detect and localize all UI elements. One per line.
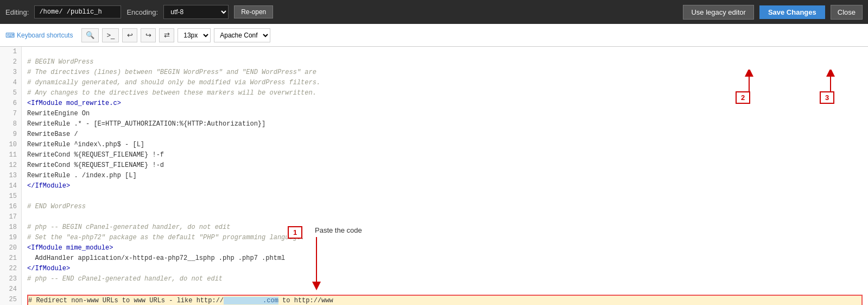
top-toolbar: Editing: /home/ /public_h Encoding: utf-… <box>0 0 868 24</box>
syntax-select[interactable]: Apache Conf <box>214 28 270 42</box>
file-path: /home/ /public_h <box>34 5 121 18</box>
line-numbers: 1 2 3 4 5 6 7 8 9 10 11 12 13 14 15 16 1… <box>0 47 22 305</box>
code-line-20: <IfModule mime_module> <box>27 243 863 253</box>
code-line-19: # Set the "ea-php72" package as the defa… <box>27 233 863 243</box>
redo-button[interactable]: ↪ <box>141 28 156 42</box>
code-line-10: RewriteRule ^index\.php$ - [L] <box>27 140 863 150</box>
code-line-3: # The directives (lines) between "BEGIN … <box>27 67 863 78</box>
code-line-18: # php -- BEGIN cPanel-generated handler,… <box>27 222 863 233</box>
editor-area: 1 2 3 4 5 6 7 8 9 10 11 12 13 14 15 16 1… <box>0 47 868 305</box>
code-line-2: # BEGIN WordPress <box>27 57 863 67</box>
editing-label: Editing: <box>5 8 29 16</box>
undo-button[interactable]: ↩ <box>122 28 137 42</box>
reopen-button[interactable]: Re-open <box>234 5 273 18</box>
code-line-24 <box>27 284 863 295</box>
code-editor[interactable]: # BEGIN WordPress # The directives (line… <box>22 47 868 305</box>
legacy-editor-button[interactable]: Use legacy editor <box>683 5 753 20</box>
code-line-22: </IfModule> <box>27 264 863 274</box>
code-line-11: RewriteCond %{REQUEST_FILENAME} !-f <box>27 150 863 160</box>
terminal-button[interactable]: >_ <box>102 28 119 42</box>
code-line-8: RewriteRule .* - [E=HTTP_AUTHORIZATION:%… <box>27 119 863 129</box>
code-line-13: RewriteRule . /index.php [L] <box>27 171 863 181</box>
font-size-select[interactable]: 13px <box>178 28 211 42</box>
code-line-14: </IfModule> <box>27 181 863 191</box>
code-line-16: # END WordPress <box>27 202 863 212</box>
keyboard-icon: ⌨ <box>5 32 15 39</box>
save-changes-button[interactable]: Save Changes <box>759 5 825 19</box>
code-line-4: # dynamically generated, and should only… <box>27 78 863 88</box>
code-line-7: RewriteEngine On <box>27 109 863 119</box>
encoding-label: Encoding: <box>126 8 158 16</box>
code-line-21: AddHandler application/x-httpd-ea-php72_… <box>27 253 863 264</box>
code-line-15 <box>27 191 863 202</box>
code-line-23: # php -- END cPanel-generated handler, d… <box>27 274 863 284</box>
code-line-6: <IfModule mod_rewrite.c> <box>27 98 863 109</box>
code-line-25: # Redirect non-www URLs to www URLs - li… <box>27 295 863 305</box>
wrap-button[interactable]: ⇄ <box>159 28 174 42</box>
code-line-9: RewriteBase / <box>27 129 863 140</box>
code-line-17 <box>27 212 863 222</box>
code-line-1 <box>27 47 863 57</box>
encoding-select[interactable]: utf-8 <box>163 5 229 19</box>
editor-toolbar: ⌨ Keyboard shortcuts 🔍 >_ ↩ ↪ ⇄ 13px Apa… <box>0 24 868 47</box>
code-line-5: # Any changes to the directives between … <box>27 88 863 98</box>
close-button[interactable]: Close <box>831 5 863 20</box>
search-button[interactable]: 🔍 <box>81 28 99 42</box>
keyboard-shortcuts-link[interactable]: ⌨ Keyboard shortcuts <box>5 32 73 39</box>
code-line-12: RewriteCond %{REQUEST_FILENAME} !-d <box>27 160 863 171</box>
